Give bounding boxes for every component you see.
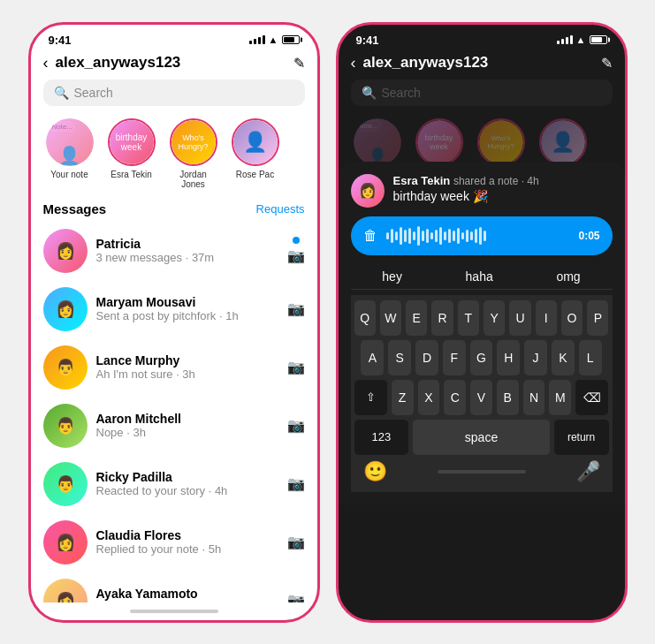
story-rose[interactable]: 👤 Rose Pac [229,118,282,189]
message-ricky[interactable]: 👨 Ricky Padilla Reacted to your story · … [31,455,317,513]
key-j[interactable]: J [524,340,547,375]
patricia-avatar: 👩 [43,229,88,273]
suggestion-haha[interactable]: haha [466,269,493,284]
key-r[interactable]: R [431,300,453,336]
message-ayaka[interactable]: 👩 Ayaka Yamamoto Active 13m ago 📷 [31,572,317,602]
wifi-icon: ▲ [269,34,278,45]
key-s[interactable]: S [388,340,411,375]
message-patricia[interactable]: 👩 Patricia 3 new messages · 37m 📷 [31,222,317,280]
key-k[interactable]: K [552,340,575,375]
key-d[interactable]: D [415,340,438,375]
patricia-name: Patricia [96,237,278,251]
ricky-preview: Reacted to your story · 4h [96,484,278,497]
key-i[interactable]: I [536,300,557,336]
word-suggestions: hey haha omg [351,264,613,290]
mic-icon[interactable]: 🎤 [576,460,600,483]
key-return[interactable]: return [554,420,609,455]
key-a[interactable]: A [361,340,384,375]
key-delete[interactable]: ⌫ [575,380,608,415]
ayaka-right: 📷 [287,592,305,602]
search-placeholder: Search [74,86,113,100]
maryam-name: Maryam Mousavi [96,295,278,309]
edit-icon[interactable]: ✎ [293,55,305,72]
keyboard-row-4: 123 space return [351,420,613,455]
key-n[interactable]: N [523,380,545,415]
requests-link[interactable]: Requests [256,202,305,216]
claudia-name: Claudia Flores [96,528,278,542]
home-indicator-left [31,602,317,620]
emoji-icon[interactable]: 🙂 [363,460,387,483]
header-left: ‹ alex_anyways123 ✎ [31,50,317,80]
unread-dot [293,237,300,244]
rose-avatar: 👤 [232,118,279,166]
stories-row-left: Note... 👤 Your note birthday week Esra T… [31,115,317,198]
note-popup: 👩 Esra Tekin shared a note · 4h birthday… [339,162,625,504]
username-title: alex_anyways123 [56,54,286,72]
claudia-preview: Replied to your note · 5h [96,542,278,556]
key-q[interactable]: Q [354,300,376,336]
maryam-right: 📷 [287,300,305,317]
key-o[interactable]: O [561,300,583,336]
note-popup-note-text: birthday week 🎉 [393,189,539,203]
back-button-right[interactable]: ‹ [351,54,356,72]
key-v[interactable]: V [470,380,492,415]
message-maryam[interactable]: 👩 Maryam Mousavi Sent a post by pitchfor… [31,280,317,338]
key-f[interactable]: F [443,340,466,375]
key-u[interactable]: U [509,300,530,336]
suggestion-omg[interactable]: omg [556,269,580,284]
key-w[interactable]: W [380,300,401,336]
aaron-preview: Nope · 3h [96,426,278,439]
status-bar-right: 9:41 ▲ [339,25,625,50]
key-h[interactable]: H [497,340,520,375]
lance-content: Lance Murphy Ah I'm not sure · 3h [96,353,278,381]
key-x[interactable]: X [418,380,440,415]
key-y[interactable]: Y [484,300,505,336]
edit-icon-right[interactable]: ✎ [601,55,613,72]
key-m[interactable]: M [549,380,571,415]
battery-icon [282,35,300,44]
ayaka-avatar: 👩 [43,579,88,602]
message-lance[interactable]: 👨 Lance Murphy Ah I'm not sure · 3h 📷 [31,338,317,397]
key-t[interactable]: T [458,300,479,336]
signal-icon [249,35,265,44]
key-e[interactable]: E [406,300,427,336]
claudia-avatar: 👩 [43,520,88,564]
story-your-note[interactable]: Note... 👤 Your note [43,118,96,189]
home-indicator-right [438,470,526,474]
esra-avatar-right: birthday week [415,118,463,166]
key-b[interactable]: B [497,380,519,415]
lance-preview: Ah I'm not sure · 3h [96,367,278,381]
story-esra[interactable]: birthday week Esra Tekin [105,118,158,189]
aaron-right: 📷 [287,417,305,434]
key-space[interactable]: space [413,420,549,455]
battery-icon-right [590,35,607,44]
ricky-avatar: 👨 [43,462,88,506]
keyboard-row-2: A S D F G H J K L [351,340,613,375]
key-c[interactable]: C [444,380,466,415]
suggestion-hey[interactable]: hey [382,269,402,284]
message-claudia[interactable]: 👩 Claudia Flores Replied to your note · … [31,513,317,572]
trash-icon[interactable]: 🗑 [363,228,377,244]
jordan-avatar: Who's Hungry? [170,118,217,166]
story-jordan[interactable]: Who's Hungry? Jordan Jones [167,118,220,189]
time-left: 9:41 [49,34,72,47]
key-z[interactable]: Z [392,380,414,415]
key-123[interactable]: 123 [354,420,409,455]
header-right: ‹ alex_anyways123 ✎ [339,50,625,80]
key-shift[interactable]: ⇧ [354,380,387,415]
key-g[interactable]: G [470,340,493,375]
your-note-label: Your note [50,170,88,179]
message-aaron[interactable]: 👨 Aaron Mitchell Nope · 3h 📷 [31,397,317,455]
search-bar-right[interactable]: 🔍 Search [351,80,613,106]
key-l[interactable]: L [579,340,602,375]
ayaka-name: Ayaka Yamamoto [96,587,278,601]
back-button[interactable]: ‹ [43,54,49,72]
status-icons-left: ▲ [249,34,300,45]
key-p[interactable]: P [587,300,608,336]
message-list: 👩 Patricia 3 new messages · 37m 📷 👩 Mary… [31,222,317,602]
search-bar-left[interactable]: 🔍 Search [43,80,305,106]
right-phone: 9:41 ▲ ‹ alex_anyways123 ✎ 🔍 Search Note [336,22,628,623]
maryam-preview: Sent a post by pitchfork · 1h [96,309,278,322]
messages-header: Messages Requests [31,198,317,222]
left-phone: 9:41 ▲ ‹ alex_anyways123 ✎ 🔍 Search Note [28,22,320,623]
